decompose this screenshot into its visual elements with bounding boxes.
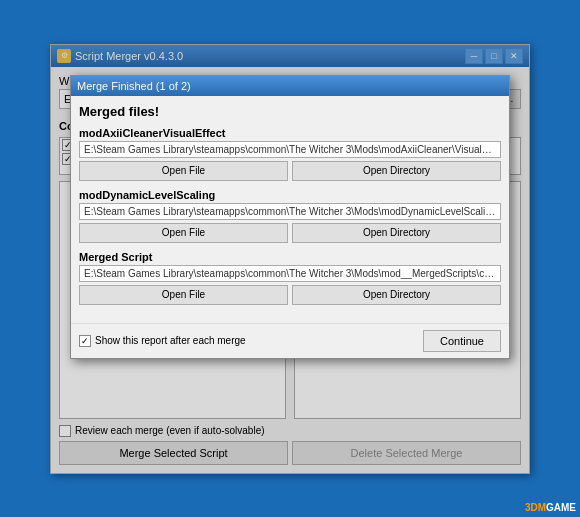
mod1-path: E:\Steam Games Library\steamapps\common\… bbox=[79, 141, 501, 158]
mod2-section: modDynamicLevelScaling E:\Steam Games Li… bbox=[79, 189, 501, 243]
modal-window: Merge Finished (1 of 2) Merged files! mo… bbox=[70, 75, 510, 359]
merged-script-path: E:\Steam Games Library\steamapps\common\… bbox=[79, 265, 501, 282]
modal-overlay: Merge Finished (1 of 2) Merged files! mo… bbox=[51, 45, 529, 473]
mod2-open-dir-button[interactable]: Open Directory bbox=[292, 223, 501, 243]
merged-script-buttons: Open File Open Directory bbox=[79, 285, 501, 305]
show-report-checkbox[interactable]: ✓ bbox=[79, 335, 91, 347]
merged-script-name: Merged Script bbox=[79, 251, 501, 263]
merged-script-section: Merged Script E:\Steam Games Library\ste… bbox=[79, 251, 501, 305]
mod1-buttons: Open File Open Directory bbox=[79, 161, 501, 181]
modal-title-bar: Merge Finished (1 of 2) bbox=[71, 76, 509, 96]
continue-button[interactable]: Continue bbox=[423, 330, 501, 352]
merged-open-dir-button[interactable]: Open Directory bbox=[292, 285, 501, 305]
merged-open-file-button[interactable]: Open File bbox=[79, 285, 288, 305]
main-window: ⚙ Script Merger v0.4.3.0 ─ □ ✕ Witcher 3… bbox=[50, 44, 530, 474]
mod2-path: E:\Steam Games Library\steamapps\common\… bbox=[79, 203, 501, 220]
mod1-section: modAxiiCleanerVisualEffect E:\Steam Game… bbox=[79, 127, 501, 181]
mod1-open-file-button[interactable]: Open File bbox=[79, 161, 288, 181]
modal-title: Merge Finished (1 of 2) bbox=[77, 80, 191, 92]
show-report-row: ✓ Show this report after each merge bbox=[79, 335, 417, 347]
mod2-open-file-button[interactable]: Open File bbox=[79, 223, 288, 243]
merged-files-title: Merged files! bbox=[79, 104, 501, 119]
mod2-name: modDynamicLevelScaling bbox=[79, 189, 501, 201]
mod1-name: modAxiiCleanerVisualEffect bbox=[79, 127, 501, 139]
modal-footer: ✓ Show this report after each merge Cont… bbox=[71, 323, 509, 358]
show-report-label: Show this report after each merge bbox=[95, 335, 246, 346]
mod2-buttons: Open File Open Directory bbox=[79, 223, 501, 243]
mod1-open-dir-button[interactable]: Open Directory bbox=[292, 161, 501, 181]
modal-body: Merged files! modAxiiCleanerVisualEffect… bbox=[71, 96, 509, 321]
watermark: 3DMGAME bbox=[525, 502, 576, 513]
